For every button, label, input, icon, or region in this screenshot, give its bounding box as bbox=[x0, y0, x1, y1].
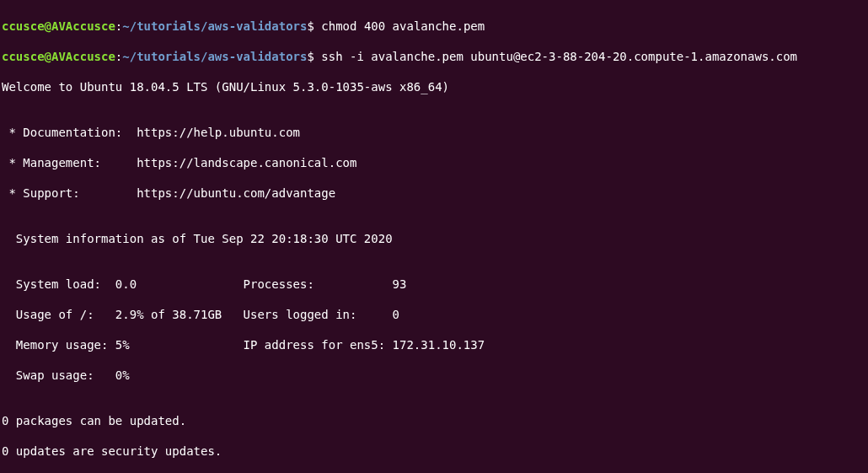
output-line: System information as of Tue Sep 22 20:1… bbox=[2, 231, 866, 246]
prompt-line-1: ccusce@AVAccusce:~/tutorials/aws-validat… bbox=[2, 19, 866, 34]
output-line: Usage of /: 2.9% of 38.71GB Users logged… bbox=[2, 307, 866, 322]
command-chmod: chmod 400 avalanche.pem bbox=[321, 19, 485, 33]
output-line: 0 updates are security updates. bbox=[2, 443, 866, 459]
command-ssh: ssh -i avalanche.pem ubuntu@ec2-3-88-204… bbox=[321, 50, 797, 63]
terminal[interactable]: ccusce@AVAccusce:~/tutorials/aws-validat… bbox=[0, 0, 868, 473]
output-line: * Support: https://ubuntu.com/advantage bbox=[2, 185, 866, 201]
output-line: Welcome to Ubuntu 18.04.5 LTS (GNU/Linux… bbox=[2, 79, 866, 94]
user-host-2: ccusce@AVAccusce bbox=[2, 50, 115, 63]
path-1: ~/tutorials/aws-validators bbox=[122, 19, 307, 33]
path-2: ~/tutorials/aws-validators bbox=[122, 50, 307, 63]
output-line: Memory usage: 5% IP address for ens5: 17… bbox=[2, 337, 866, 352]
output-line: System load: 0.0 Processes: 93 bbox=[2, 277, 866, 292]
output-line: 0 packages can be updated. bbox=[2, 413, 866, 428]
prompt-line-2: ccusce@AVAccusce:~/tutorials/aws-validat… bbox=[2, 49, 866, 64]
output-line: * Management: https://landscape.canonica… bbox=[2, 155, 866, 170]
output-line: * Documentation: https://help.ubuntu.com bbox=[2, 125, 866, 140]
user-host-1: ccusce@AVAccusce bbox=[2, 19, 115, 33]
output-line: Swap usage: 0% bbox=[2, 368, 866, 383]
